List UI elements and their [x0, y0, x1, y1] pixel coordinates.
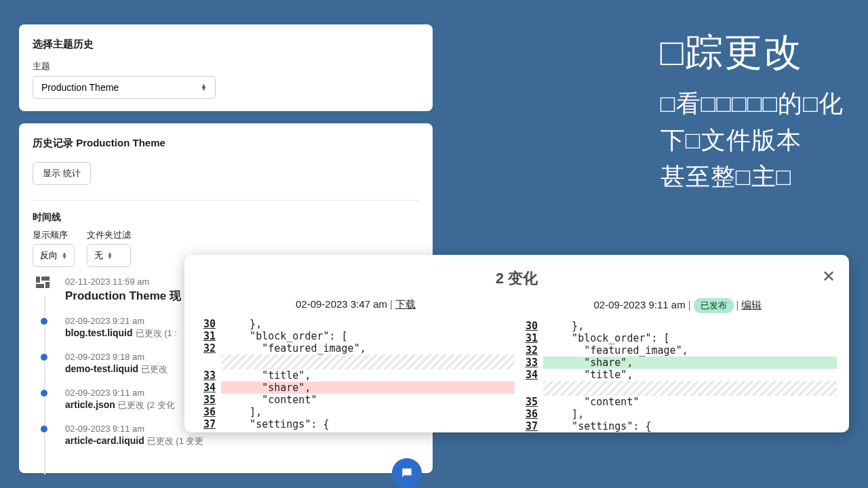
- chat-button[interactable]: [392, 458, 422, 488]
- left-timestamp: 02-09-2023 3:47 am: [296, 298, 387, 310]
- code-line: 30 },: [519, 320, 837, 332]
- divider: [33, 200, 419, 201]
- chevron-updown-icon: ▲▼: [62, 252, 67, 259]
- edit-link[interactable]: 编辑: [741, 299, 762, 310]
- chat-icon: [400, 466, 414, 480]
- code-line: 32 "featured_image",: [519, 344, 837, 357]
- code-line: 31 "block_order": [: [519, 332, 837, 344]
- filter-select[interactable]: 无 ▲▼: [87, 244, 131, 267]
- code-line: [197, 354, 515, 369]
- code-line: 33 "title",: [197, 369, 515, 382]
- panel1-title: 选择主题历史: [33, 38, 419, 51]
- diff-right-column: 02-09-2023 9:11 am|已发布|编辑 30 },31 "block…: [519, 298, 837, 432]
- dot-icon: [41, 390, 47, 396]
- dot-icon: [41, 318, 47, 325]
- code-line: 36 ],: [519, 408, 837, 420]
- dot-icon: [41, 354, 47, 361]
- theme-icon: [36, 277, 51, 291]
- order-select[interactable]: 反向 ▲▼: [33, 244, 75, 267]
- promo-text: □踪更改 □看□□□□□的□化 下□文件版本 甚至整□主□: [660, 27, 844, 195]
- code-line: 37 "settings": {: [197, 418, 515, 430]
- code-line: 31 "block_order": [: [197, 330, 515, 342]
- theme-select[interactable]: Production Theme ▲▼: [33, 76, 216, 99]
- filter-label: 文件夹过滤: [87, 229, 131, 241]
- code-line: [519, 381, 837, 396]
- code-line: 35 "content": [197, 394, 515, 406]
- code-line: 34 "title",: [519, 369, 837, 381]
- code-line: 37 "settings": {: [519, 420, 837, 432]
- code-line: 35 "content": [519, 396, 837, 408]
- diff-modal: 2 变化 ✕ 02-09-2023 3:47 am|下载 30 },31 "bl…: [184, 255, 849, 432]
- code-line: 36 ],: [197, 406, 515, 418]
- show-stats-button[interactable]: 显示 统计: [33, 162, 91, 185]
- dot-icon: [41, 426, 47, 432]
- history-title: 历史记录 Production Theme: [33, 137, 419, 150]
- close-icon[interactable]: ✕: [822, 267, 835, 286]
- theme-value: Production Theme: [41, 82, 119, 93]
- modal-title: 2 变化: [496, 270, 538, 287]
- theme-label: 主题: [33, 60, 419, 73]
- diff-left-column: 02-09-2023 3:47 am|下载 30 },31 "block_ord…: [197, 298, 515, 432]
- timeline-label: 时间线: [33, 211, 419, 224]
- right-timestamp: 02-09-2023 9:11 am: [594, 299, 686, 310]
- select-theme-panel: 选择主题历史 主题 Production Theme ▲▼: [19, 24, 433, 111]
- code-line: 30 },: [197, 318, 515, 330]
- order-label: 显示顺序: [33, 229, 75, 241]
- code-line: 32 "featured_image",: [197, 342, 515, 354]
- chevron-updown-icon: ▲▼: [107, 252, 113, 259]
- download-link[interactable]: 下载: [395, 298, 416, 310]
- code-line: 34 "share",: [197, 382, 515, 394]
- code-line: 33 "share",: [519, 357, 837, 369]
- chevron-updown-icon: ▲▼: [201, 84, 207, 91]
- published-badge: 已发布: [694, 298, 734, 313]
